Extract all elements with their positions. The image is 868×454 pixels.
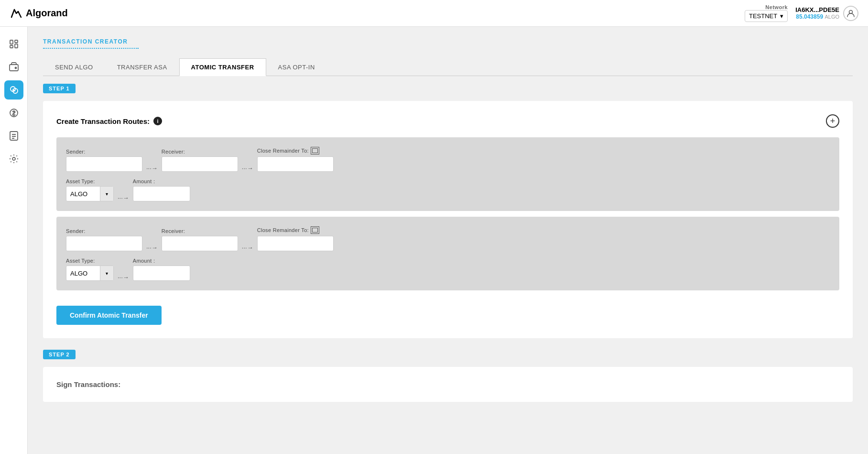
tx1-bottom-fields: Asset Type: ALGO ▾ ···→ Amount :	[66, 178, 830, 201]
tx2-arrow-1: ···→	[146, 244, 158, 251]
tx2-amount-label: Amount :	[133, 258, 190, 264]
account-balance: 85.043859 ALGO	[795, 13, 839, 20]
tx2-sender-label: Sender:	[66, 228, 142, 234]
tx2-receiver-label: Receiver:	[162, 228, 238, 234]
step1-card: Create Transaction Routes: i + Sender:	[43, 101, 853, 338]
sidebar-item-payments[interactable]	[4, 103, 23, 122]
sidebar-item-transactions[interactable]	[4, 80, 23, 100]
tx2-sender-input[interactable]	[66, 236, 142, 251]
transaction-row-2: Sender: ▾ ···→ Receiver: ✕	[56, 217, 839, 290]
svg-rect-10	[10, 132, 18, 140]
sign-transactions-title: Sign Transactions:	[56, 380, 839, 388]
tx1-asset-dropdown[interactable]: ▾	[100, 187, 113, 201]
step1-section: STEP 1 Create Transaction Routes: i +	[43, 84, 853, 338]
header-right: Network TESTNET ▾ IA6KX...PDE5E 85.04385…	[745, 4, 858, 22]
network-label: Network	[765, 4, 788, 10]
account-info: IA6KX...PDE5E 85.043859 ALGO	[795, 6, 839, 20]
tx1-asset-group: Asset Type: ALGO ▾	[66, 178, 114, 201]
tx2-amount-input[interactable]	[133, 266, 190, 281]
network-section: Network TESTNET ▾	[745, 4, 788, 22]
tx2-asset-dropdown[interactable]: ▾	[100, 266, 113, 280]
routes-header: Create Transaction Routes: i +	[56, 114, 839, 128]
tx2-receiver-input[interactable]	[162, 236, 238, 251]
tx1-receiver-label: Receiver:	[162, 149, 238, 155]
svg-rect-4	[15, 44, 18, 48]
transaction-row-1: Sender: ▾ ···→ Receiver:	[56, 137, 839, 211]
tx1-sender-select[interactable]: ▾	[66, 156, 142, 172]
tx1-close-remainder-label: Close Remainder To:	[257, 148, 309, 154]
sidebar	[0, 27, 28, 454]
tx1-receiver-input[interactable]	[162, 157, 238, 171]
tx2-asset-label: Asset Type:	[66, 258, 114, 264]
svg-rect-1	[10, 40, 13, 44]
tab-send-algo[interactable]: SEND ALGO	[43, 58, 105, 76]
tx1-top-fields: Sender: ▾ ···→ Receiver:	[66, 147, 830, 172]
tx2-close-remainder-field[interactable]: ✕ ▾	[257, 236, 334, 251]
tx1-receiver-group: Receiver: ✕ ▾	[162, 149, 238, 172]
routes-title: Create Transaction Routes: i	[56, 117, 162, 125]
copy-icon-2[interactable]	[311, 226, 319, 234]
tx2-receiver-field[interactable]: ✕ ▾	[162, 236, 238, 251]
tx1-arrow-1: ···→	[146, 165, 158, 172]
network-select[interactable]: TESTNET ▾	[745, 10, 788, 22]
tx2-asset-select[interactable]: ALGO ▾	[66, 266, 114, 281]
tx2-sender-select[interactable]: ▾	[66, 236, 142, 251]
tx2-asset-group: Asset Type: ALGO ▾	[66, 258, 114, 281]
tabs: SEND ALGO TRANSFER ASA ATOMIC TRANSFER A…	[43, 58, 853, 76]
balance-amount: 85.043859	[796, 13, 823, 20]
tx1-close-remainder-group: Close Remainder To: ✕ ▾	[257, 147, 334, 172]
header: Algorand Network TESTNET ▾ IA6KX...PDE5E…	[0, 0, 868, 27]
logo-text: Algorand	[26, 8, 68, 19]
svg-point-11	[12, 157, 15, 160]
svg-rect-3	[10, 45, 13, 48]
info-icon[interactable]: i	[153, 117, 162, 125]
tx1-asset-label: Asset Type:	[66, 178, 114, 184]
tx1-receiver-field[interactable]: ✕ ▾	[162, 156, 238, 172]
step2-section: STEP 2 Sign Transactions:	[43, 350, 853, 402]
tx2-amount-group: Amount :	[133, 258, 190, 281]
tx2-asset-value: ALGO	[66, 270, 100, 277]
balance-unit: ALGO	[825, 14, 839, 20]
section-title-underline	[43, 48, 139, 49]
tx1-sender-group: Sender: ▾	[66, 149, 142, 172]
confirm-atomic-transfer-button[interactable]: Confirm Atomic Transfer	[56, 306, 162, 325]
page-section-title: TRANSACTION CREATOR	[43, 38, 853, 45]
tab-transfer-asa[interactable]: TRANSFER ASA	[105, 58, 179, 76]
tx2-top-fields: Sender: ▾ ···→ Receiver: ✕	[66, 226, 830, 251]
user-avatar[interactable]	[843, 6, 858, 21]
tx2-close-remainder-group: Close Remainder To: ✕ ▾	[257, 226, 334, 251]
tx2-bottom-arrow: ···→	[118, 274, 129, 281]
copy-icon-1[interactable]	[311, 147, 319, 155]
account-section: IA6KX...PDE5E 85.043859 ALGO	[795, 6, 858, 21]
tx1-amount-group: Amount :	[133, 178, 190, 201]
sidebar-item-wallet[interactable]	[4, 57, 23, 77]
sidebar-item-analytics[interactable]	[4, 34, 23, 54]
network-value: TESTNET	[749, 12, 777, 20]
account-address: IA6KX...PDE5E	[795, 6, 839, 13]
add-route-button[interactable]: +	[826, 114, 839, 128]
tx1-amount-input[interactable]	[133, 186, 190, 201]
tx2-sender-group: Sender: ▾	[66, 228, 142, 251]
tx2-close-remainder-label: Close Remainder To:	[257, 227, 309, 233]
tx1-sender-label: Sender:	[66, 149, 142, 155]
tx1-asset-select[interactable]: ALGO ▾	[66, 186, 114, 201]
chevron-down-icon: ▾	[780, 12, 783, 20]
tx1-sender-input[interactable]	[66, 157, 142, 171]
step1-badge: STEP 1	[43, 84, 76, 93]
tx2-arrow-2: ···→	[242, 244, 253, 251]
tab-atomic-transfer[interactable]: ATOMIC TRANSFER	[179, 58, 266, 76]
tx1-close-remainder-input[interactable]	[258, 157, 334, 171]
svg-point-6	[15, 67, 16, 69]
tx2-close-remainder-input[interactable]	[258, 236, 334, 251]
tx1-close-remainder-field[interactable]: ✕ ▾	[257, 156, 334, 172]
main-layout: TRANSACTION CREATOR SEND ALGO TRANSFER A…	[0, 27, 868, 454]
tx1-asset-value: ALGO	[66, 190, 100, 198]
sidebar-item-settings[interactable]	[4, 149, 23, 168]
tx2-bottom-fields: Asset Type: ALGO ▾ ···→ Amount :	[66, 258, 830, 281]
tx1-amount-label: Amount :	[133, 178, 190, 184]
tx2-receiver-group: Receiver: ✕ ▾	[162, 228, 238, 251]
sidebar-item-reports[interactable]	[4, 126, 23, 145]
tx1-bottom-arrow: ···→	[118, 194, 129, 201]
content-area: TRANSACTION CREATOR SEND ALGO TRANSFER A…	[28, 27, 868, 454]
tab-asa-opt-in[interactable]: ASA OPT-IN	[266, 58, 327, 76]
